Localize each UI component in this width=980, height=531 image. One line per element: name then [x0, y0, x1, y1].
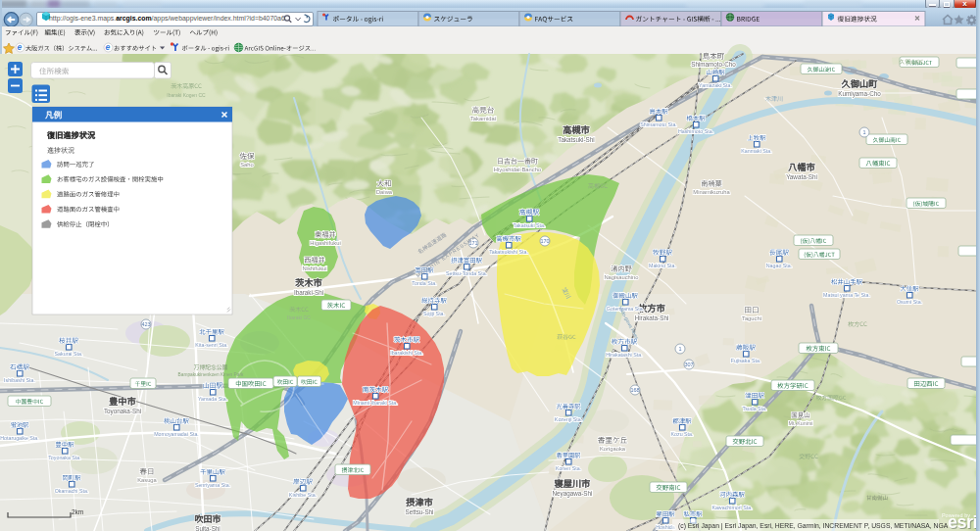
svg-text:1: 1	[678, 346, 681, 352]
svg-text:Senriyama Sta.: Senriyama Sta.	[195, 482, 230, 488]
svg-text:2km: 2km	[72, 508, 83, 515]
svg-text:Ibarakishi Sta.: Ibarakishi Sta.	[390, 350, 423, 356]
svg-text:Hashimoto Sta.: Hashimoto Sta.	[678, 128, 713, 134]
svg-text:Korigaoka: Korigaoka	[600, 446, 626, 452]
svg-text:1: 1	[862, 129, 865, 135]
svg-text:Yawata-Shi: Yawata-Shi	[786, 173, 817, 180]
svg-text:esri: esri	[948, 512, 977, 531]
svg-text:Yamazaki Sta.: Yamazaki Sta.	[699, 82, 732, 88]
svg-text:Settsu-Tonda Sta.: Settsu-Tonda Sta.	[446, 270, 487, 276]
svg-text:Toyonaka-Shi: Toyonaka-Shi	[104, 408, 141, 415]
svg-text:Ibaraki Kogen CC: Ibaraki Kogen CC	[167, 92, 206, 98]
svg-text:Daiwa: Daiwa	[376, 189, 393, 195]
svg-text:Mt. Kunimi: Mt. Kunimi	[788, 420, 812, 426]
svg-text:Korien Sta.: Korien Sta.	[556, 465, 581, 471]
svg-text:Ibaraki-Shi: Ibaraki-Shi	[294, 289, 323, 296]
svg-text:Nagao Sta.: Nagao Sta.	[766, 263, 793, 268]
svg-text:Higashifukui: Higashifukui	[310, 240, 341, 246]
svg-text:Kishibe Sta.: Kishibe Sta.	[289, 492, 317, 498]
svg-text:Fujisaka Sta.: Fujisaka Sta.	[731, 358, 761, 363]
svg-text:Hotarugaike Sta.: Hotarugaike Sta.	[0, 435, 38, 441]
svg-text:e: e	[106, 42, 111, 52]
svg-text:Hoshida: Hoshida	[656, 524, 674, 530]
svg-text:Toyonaka Sta.: Toyonaka Sta.	[48, 455, 81, 460]
svg-text:Kita-senri Sta.: Kita-senri Sta.	[195, 342, 227, 348]
svg-text:Taguchi: Taguchi	[742, 315, 761, 321]
svg-text:Takatsuki-Shi: Takatsuki-Shi	[558, 136, 594, 143]
svg-text:Kozenji Sta.: Kozenji Sta.	[555, 416, 582, 422]
svg-text:Makino Sta.: Makino Sta.	[649, 263, 676, 268]
svg-text:Sakurai Sta.: Sakurai Sta.	[55, 351, 83, 357]
svg-text:Nagisauchino: Nagisauchino	[604, 274, 638, 280]
svg-text:Sojiji Sta.: Sojiji Sta.	[423, 311, 445, 316]
svg-text:Nishifukui: Nishifukui	[302, 266, 326, 271]
svg-text:Momoyamadai Sta.: Momoyamadai Sta.	[154, 431, 199, 437]
svg-text:Takatsukishi Sta.: Takatsukishi Sta.	[489, 249, 528, 255]
svg-text:Shimamoto Sta.: Shimamoto Sta.	[640, 121, 677, 127]
svg-text:Osumi Sta.: Osumi Sta.	[897, 299, 922, 305]
svg-text:Kanmaki Sta.: Kanmaki Sta.	[741, 148, 772, 154]
svg-text:Shimamoto-Cho: Shimamoto-Cho	[691, 61, 736, 68]
svg-text:Kasuga: Kasuga	[137, 477, 157, 483]
svg-text:170: 170	[540, 238, 549, 244]
svg-text:Takamidai: Takamidai	[470, 116, 496, 121]
svg-text:Ibaraki GC: Ibaraki GC	[287, 314, 311, 320]
svg-text:Tonda Sta.: Tonda Sta.	[412, 280, 436, 286]
svg-text:Minami-ibaraki Sta.: Minami-ibaraki Sta.	[353, 400, 397, 406]
svg-text:Neyagawa-Shi: Neyagawa-Shi	[553, 490, 593, 498]
svg-text:Ishibashi Sta.: Ishibashi Sta.	[4, 377, 35, 383]
svg-text:Hirakata-Shi: Hirakata-Shi	[635, 314, 669, 321]
svg-text:Tsuda Sta.: Tsuda Sta.	[742, 406, 766, 411]
svg-text:423: 423	[141, 321, 150, 327]
svg-text:Saho: Saho	[240, 162, 254, 168]
svg-text:Matsui yama Te Sta.: Matsui yama Te Sta.	[823, 292, 870, 298]
svg-text:Suita-Shi: Suita-Shi	[195, 525, 220, 531]
svg-text:(c) Esri Japan | Esri Japan, E: (c) Esri Japan | Esri Japan, Esri, HERE,…	[678, 522, 949, 530]
svg-text:Yamada Sta.: Yamada Sta.	[198, 396, 227, 402]
svg-text:Bampakukinenkoen Kinen Park: Bampakukinenkoen Kinen Park	[178, 372, 245, 377]
svg-text:Settsu-Shi: Settsu-Shi	[405, 508, 433, 515]
svg-text:Kawachimori Sta.: Kawachimori Sta.	[711, 505, 752, 510]
svg-text:307: 307	[684, 362, 693, 367]
svg-text:Kozu Sta.: Kozu Sta.	[671, 431, 694, 437]
svg-text:Kumiyama-Cho: Kumiyama-Cho	[838, 90, 881, 98]
svg-text:Minamikuzuha: Minamikuzuha	[693, 189, 730, 195]
svg-text:168: 168	[630, 387, 639, 393]
svg-text:Hiyoshidai-Bancho: Hiyoshidai-Bancho	[494, 167, 541, 172]
svg-text:Takatsuki Sta.: Takatsuki Sta.	[514, 222, 546, 228]
svg-text:Okamachi Sta.: Okamachi Sta.	[55, 488, 89, 494]
svg-text:http://ogis-ene3.maps.arcgis.c: http://ogis-ene3.maps.arcgis.com/apps/we…	[49, 15, 285, 23]
svg-text:e: e	[18, 42, 23, 52]
svg-text:Hirakatashi Sta.: Hirakatashi Sta.	[606, 352, 642, 358]
